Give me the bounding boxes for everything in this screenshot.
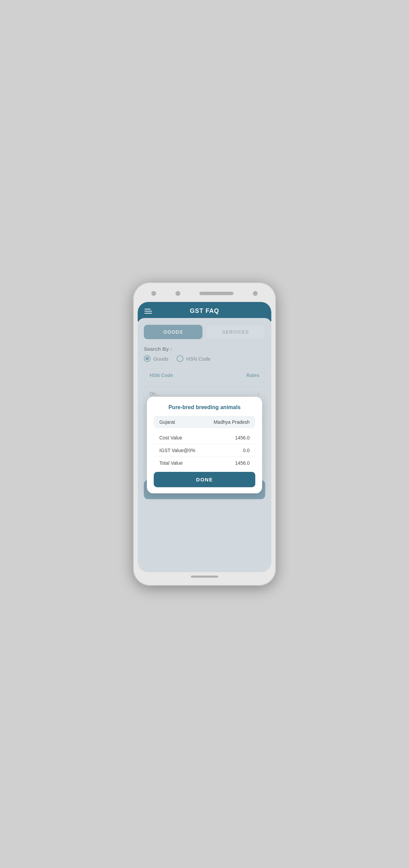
hamburger-menu-icon[interactable] [145,309,152,314]
modal-cost-value-row: Cost Value 1456.0 [154,432,255,444]
modal-igst-row: IGST Value@0% 0.0 [154,444,255,457]
app-content: GOODS SERVICES Search By : Goods HSN Cod… [138,318,271,572]
modal-cost-label: Cost Value [159,435,182,440]
modal-title: Pure-bred breeding animals [154,404,255,410]
modal-cost-value: 1456.0 [235,435,250,440]
modal-state-1: Gujarat [159,419,175,425]
modal-igst-label: IGST Value@0% [159,448,195,453]
modal-states-row: Gujarat Madhya Pradesh [154,416,255,428]
app-title: GST FAQ [190,307,219,315]
phone-bottom-bar [191,576,218,578]
modal-total-label: Total Value [159,460,182,466]
phone-speaker [199,292,233,295]
camera-dot-center [176,291,180,296]
modal-total-value: 1456.0 [235,460,250,466]
modal-done-button[interactable]: DONE [154,472,255,487]
modal-card: Pure-bred breeding animals Gujarat Madhy… [147,397,262,493]
phone-top-bar [138,288,271,299]
modal-total-row: Total Value 1456.0 [154,457,255,469]
phone-device: GST FAQ GOODS SERVICES Search By : Goods… [133,282,276,586]
camera-dot-left [151,291,156,296]
modal-igst-value: 0.0 [243,448,249,453]
camera-dot-right [253,291,258,296]
modal-state-2: Madhya Pradesh [214,419,250,425]
modal-overlay: Pure-bred breeding animals Gujarat Madhy… [138,318,271,572]
phone-screen: GST FAQ GOODS SERVICES Search By : Goods… [138,302,271,572]
